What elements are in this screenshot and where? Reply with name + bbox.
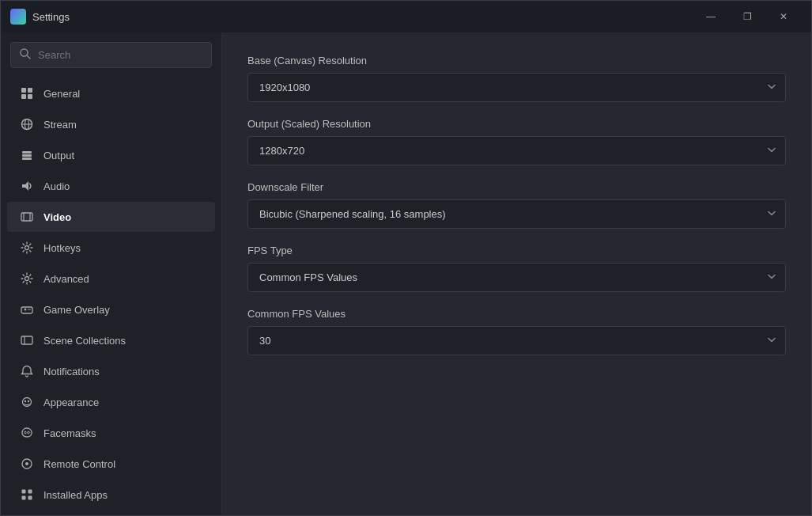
sidebar-label-installed-apps: Installed Apps [43, 489, 108, 501]
globe-icon [20, 117, 34, 131]
svg-rect-19 [21, 307, 32, 313]
svg-rect-35 [22, 496, 26, 500]
sidebar-label-stream: Stream [43, 119, 77, 131]
sidebar-item-appearance[interactable]: Appearance [7, 387, 215, 417]
appearance-icon [20, 395, 34, 409]
sidebar-item-hotkeys[interactable]: Hotkeys [7, 233, 215, 263]
sidebar-label-output: Output [43, 150, 74, 161]
svg-rect-33 [22, 490, 26, 494]
mask-icon [20, 426, 34, 440]
maximize-button[interactable]: ❐ [729, 1, 765, 32]
video-settings: Base (Canvas) Resolution1920x10801280x72… [247, 55, 786, 355]
app-icon [10, 9, 26, 25]
sidebar-item-stream[interactable]: Stream [7, 109, 215, 139]
svg-rect-3 [28, 88, 32, 93]
svg-rect-11 [22, 157, 32, 160]
sidebar-label-game-overlay: Game Overlay [43, 304, 110, 316]
select-wrapper-downscale-filter: Bicubic (Sharpened scaling, 16 samples)B… [247, 199, 786, 229]
field-group-downscale-filter: Downscale FilterBicubic (Sharpened scali… [247, 181, 786, 229]
field-label-output-resolution: Output (Scaled) Resolution [247, 118, 786, 130]
select-output-resolution[interactable]: 1280x7201920x1080854x480640x360 [247, 136, 786, 165]
sidebar-label-general: General [43, 88, 80, 100]
svg-rect-9 [22, 151, 32, 154]
svg-point-22 [28, 309, 29, 310]
svg-point-30 [28, 431, 29, 434]
window-title: Settings [32, 11, 693, 23]
svg-point-27 [25, 400, 26, 402]
svg-marker-12 [22, 181, 28, 191]
field-group-common-fps: Common FPS Values242529.97304859.9460 [247, 308, 786, 355]
select-wrapper-output-resolution: 1280x7201920x1080854x480640x360 [247, 136, 786, 165]
field-group-output-resolution: Output (Scaled) Resolution1280x7201920x1… [247, 118, 786, 165]
sidebar-label-remote-control: Remote Control [43, 458, 115, 470]
field-label-base-resolution: Base (Canvas) Resolution [247, 55, 786, 66]
sidebar-item-advanced[interactable]: Advanced [7, 264, 215, 294]
sidebar-label-scene-collections: Scene Collections [43, 335, 126, 347]
svg-rect-14 [21, 215, 32, 218]
svg-rect-13 [21, 213, 32, 221]
sidebar-item-remote-control[interactable]: Remote Control [7, 449, 215, 479]
apps-icon [20, 488, 34, 502]
sidebar-label-video: Video [43, 211, 71, 223]
search-box[interactable] [10, 42, 212, 68]
sidebar-label-audio: Audio [43, 180, 70, 192]
gear-advanced-icon [20, 271, 34, 286]
sidebar-item-general[interactable]: General [7, 78, 215, 108]
select-fps-type[interactable]: Common FPS ValuesInteger FPS ValueFracti… [247, 263, 786, 292]
svg-point-18 [25, 277, 29, 281]
close-button[interactable]: ✕ [765, 1, 802, 32]
field-group-base-resolution: Base (Canvas) Resolution1920x10801280x72… [247, 55, 786, 102]
select-downscale-filter[interactable]: Bicubic (Sharpened scaling, 16 samples)B… [247, 199, 786, 229]
svg-point-23 [29, 309, 31, 310]
select-wrapper-fps-type: Common FPS ValuesInteger FPS ValueFracti… [247, 263, 786, 292]
select-common-fps[interactable]: 242529.97304859.9460 [247, 326, 786, 355]
nav-list: GeneralStreamOutputAudioVideoHotkeysAdva… [1, 78, 221, 510]
svg-rect-4 [21, 94, 26, 99]
search-input[interactable] [38, 49, 203, 61]
sidebar-item-video[interactable]: Video [7, 202, 215, 232]
sidebar-item-facemasks[interactable]: Facemasks [7, 418, 215, 448]
game-icon [20, 302, 34, 317]
sidebar-label-appearance: Appearance [43, 396, 99, 408]
sidebar: GeneralStreamOutputAudioVideoHotkeysAdva… [1, 32, 222, 515]
layers-icon [20, 148, 34, 162]
sidebar-item-audio[interactable]: Audio [7, 171, 215, 201]
svg-point-32 [25, 462, 28, 465]
main-content: Base (Canvas) Resolution1920x10801280x72… [222, 32, 811, 515]
field-group-fps-type: FPS TypeCommon FPS ValuesInteger FPS Val… [247, 245, 786, 292]
svg-rect-36 [28, 496, 32, 500]
select-wrapper-common-fps: 242529.97304859.9460 [247, 326, 786, 355]
sidebar-item-notifications[interactable]: Notifications [7, 356, 215, 386]
sidebar-item-output[interactable]: Output [7, 140, 215, 170]
select-base-resolution[interactable]: 1920x10801280x7202560x14403840x2160 [247, 73, 786, 102]
content-area: GeneralStreamOutputAudioVideoHotkeysAdva… [1, 32, 811, 515]
volume-icon [20, 179, 34, 193]
svg-rect-34 [28, 490, 32, 494]
sidebar-item-scene-collections[interactable]: Scene Collections [7, 325, 215, 355]
svg-point-17 [25, 246, 29, 250]
svg-rect-24 [21, 336, 32, 344]
remote-icon [20, 457, 34, 471]
sidebar-label-advanced: Advanced [43, 273, 89, 285]
svg-line-1 [27, 55, 30, 59]
sidebar-item-installed-apps[interactable]: Installed Apps [7, 480, 215, 510]
svg-point-29 [25, 431, 26, 434]
sidebar-label-notifications: Notifications [43, 366, 100, 378]
scene-icon [20, 333, 34, 347]
minimize-button[interactable]: — [693, 1, 729, 32]
window-controls: — ❐ ✕ [693, 1, 802, 32]
field-label-fps-type: FPS Type [247, 245, 786, 256]
select-wrapper-base-resolution: 1920x10801280x7202560x14403840x2160 [247, 73, 786, 102]
gear-icon [20, 241, 34, 255]
search-container [1, 42, 221, 78]
sidebar-item-game-overlay[interactable]: Game Overlay [7, 294, 215, 324]
sidebar-label-facemasks: Facemasks [43, 427, 96, 439]
svg-rect-2 [21, 88, 26, 93]
svg-point-28 [28, 400, 29, 402]
search-icon [19, 47, 32, 63]
titlebar: Settings — ❐ ✕ [1, 1, 811, 32]
grid-icon [20, 86, 34, 101]
film-icon [20, 210, 34, 224]
svg-rect-5 [28, 94, 32, 99]
field-label-downscale-filter: Downscale Filter [247, 181, 786, 193]
